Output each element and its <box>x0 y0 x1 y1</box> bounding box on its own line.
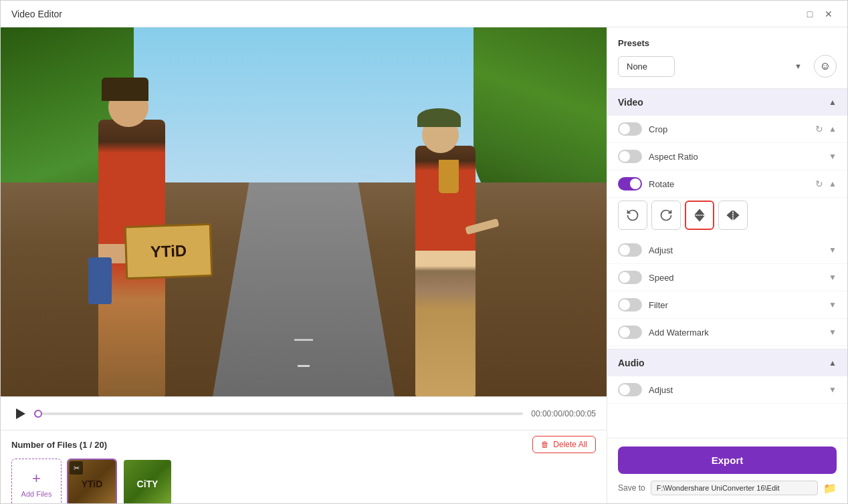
audio-collapse-icon: ▲ <box>829 358 837 368</box>
close-button[interactable]: ✕ <box>821 6 837 22</box>
flip-horizontal-button[interactable] <box>718 201 748 230</box>
aspect-ratio-label: Aspect Ratio <box>649 152 698 162</box>
filter-expand-icon[interactable]: ▼ <box>829 300 837 309</box>
file-thumbnail-2[interactable]: CiTY <box>122 459 173 503</box>
presets-section: Presets None HD 1080p HD 720p 4K ▼ ☺ <box>607 27 847 89</box>
rotate-label: Rotate <box>649 179 674 189</box>
delete-all-button[interactable]: 🗑 Delete All <box>532 436 596 453</box>
watermark-toggle[interactable] <box>618 326 642 339</box>
files-count: Number of Files (1 / 20) <box>11 440 107 450</box>
rotate-toggle[interactable] <box>618 177 642 191</box>
file-thumbnail-1[interactable]: YTiD ✂ <box>67 459 117 503</box>
filter-row: Filter ▼ <box>607 291 847 319</box>
crop-collapse-icon[interactable]: ▲ <box>829 124 837 134</box>
watermark-expand-icon[interactable]: ▼ <box>829 328 837 337</box>
watermark-row: Add Watermark ▼ <box>607 319 847 346</box>
video-scene: YTiD <box>1 27 607 396</box>
sign: YTiD <box>124 223 213 279</box>
controls-bar: 00:00:00/00:00:05 <box>1 396 607 430</box>
rotate-row: Rotate ↻ ▲ <box>607 170 847 198</box>
progress-thumb <box>34 410 42 418</box>
scissors-icon: ✂ <box>70 461 83 475</box>
save-to-label: Save to <box>618 483 645 493</box>
minimize-button[interactable]: □ <box>802 6 818 22</box>
audio-section-title: Audio <box>618 358 645 368</box>
rotate-cw-button[interactable] <box>651 201 681 230</box>
flip-vertical-button[interactable] <box>685 201 714 230</box>
audio-adjust-toggle[interactable] <box>618 383 642 396</box>
video-preview: YTiD <box>1 27 607 396</box>
video-section-title: Video <box>618 97 643 108</box>
filter-toggle[interactable] <box>618 298 642 311</box>
rotate-buttons-group <box>618 201 837 230</box>
crop-toggle[interactable] <box>618 122 642 136</box>
filter-label: Filter <box>649 300 668 310</box>
save-path-input[interactable] <box>651 481 818 495</box>
progress-bar[interactable] <box>38 412 523 415</box>
crop-reset-icon[interactable]: ↻ <box>815 124 823 134</box>
speed-row: Speed ▼ <box>607 264 847 291</box>
presets-select[interactable]: None HD 1080p HD 720p 4K <box>618 56 675 77</box>
trash-icon: 🗑 <box>541 440 549 449</box>
audio-adjust-expand-icon[interactable]: ▼ <box>829 385 837 394</box>
emoji-button[interactable]: ☺ <box>814 55 837 78</box>
files-list: + Add Files YTiD ✂ CiTY <box>11 459 596 503</box>
files-bar: Number of Files (1 / 20) 🗑 Delete All + … <box>1 430 607 503</box>
rotate-collapse-icon[interactable]: ▲ <box>829 179 837 188</box>
adjust-row: Adjust ▼ <box>607 237 847 264</box>
time-display: 00:00:00/00:00:05 <box>531 409 596 418</box>
svg-marker-2 <box>696 217 704 221</box>
speed-expand-icon[interactable]: ▼ <box>829 273 837 282</box>
rotate-reset-icon[interactable]: ↻ <box>815 178 823 189</box>
presets-label: Presets <box>618 38 837 48</box>
audio-adjust-label: Adjust <box>649 385 673 395</box>
audio-adjust-row: Adjust ▼ <box>607 376 847 404</box>
svg-marker-4 <box>728 211 732 219</box>
export-button[interactable]: Export <box>618 447 837 474</box>
folder-icon[interactable]: 📁 <box>823 482 837 495</box>
svg-marker-1 <box>696 210 704 215</box>
right-panel: Presets None HD 1080p HD 720p 4K ▼ ☺ <box>607 27 847 503</box>
audio-section-header[interactable]: Audio ▲ <box>607 349 847 376</box>
crop-row: Crop ↻ ▲ <box>607 116 847 143</box>
plus-icon: + <box>32 470 41 487</box>
speed-label: Speed <box>649 273 674 283</box>
add-files-button[interactable]: + Add Files <box>11 459 62 503</box>
aspect-ratio-row: Aspect Ratio ▼ <box>607 143 847 170</box>
chevron-down-icon: ▼ <box>794 62 802 70</box>
svg-marker-0 <box>16 408 25 419</box>
aspect-ratio-toggle[interactable] <box>618 150 642 163</box>
speed-toggle[interactable] <box>618 271 642 284</box>
rotate-ccw-button[interactable] <box>618 201 647 230</box>
video-collapse-icon: ▲ <box>829 98 837 107</box>
aspect-ratio-expand-icon[interactable]: ▼ <box>829 152 837 161</box>
svg-marker-5 <box>734 211 739 219</box>
thumb-bg-2: CiTY <box>124 460 171 503</box>
crop-label: Crop <box>649 124 667 134</box>
adjust-expand-icon[interactable]: ▼ <box>829 245 837 255</box>
play-button[interactable] <box>11 404 30 423</box>
export-footer: Export Save to 📁 <box>607 438 847 503</box>
adjust-toggle[interactable] <box>618 243 642 257</box>
watermark-label: Add Watermark <box>649 328 709 338</box>
adjust-label: Adjust <box>649 245 673 255</box>
window-title: Video Editor <box>11 9 799 19</box>
video-section-header[interactable]: Video ▲ <box>607 89 847 116</box>
